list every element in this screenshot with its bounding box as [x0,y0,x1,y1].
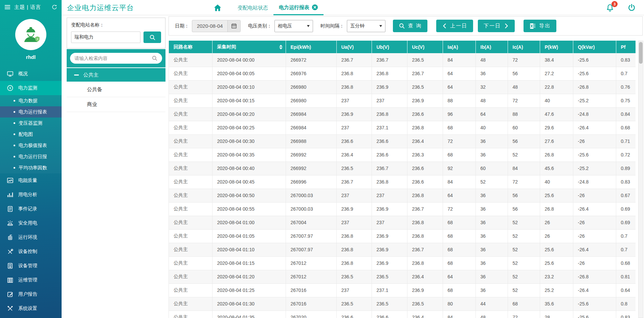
table-cell: 56 [508,189,540,202]
table-row[interactable]: 公共主2020-08-04 01:00267004237237236.86836… [169,216,636,229]
table-cell: 36 [475,256,508,270]
sidebar-item-label: 电力数据 [19,98,38,104]
table-row[interactable]: 公共主2020-08-04 01:15267012236.8236.9236.8… [169,256,636,270]
prev-day-label: 上一日 [450,23,467,29]
table-cell: 236.7 [407,67,443,80]
table-row[interactable]: 公共主2020-08-04 00:10266980236.8236.9236.5… [169,80,636,94]
tree-node-commercial[interactable]: 商业 [67,97,165,112]
next-day-button[interactable]: 下一日 [478,20,515,32]
table-row[interactable]: 公共主2020-08-04 00:40266992236.5236.7236.6… [169,162,636,175]
table-row[interactable]: 公共主2020-08-04 00:05266976236.8236.8236.7… [169,67,636,80]
table-cell: 266980 [286,94,336,107]
table-cell: 48 [475,53,508,67]
table-cell: 2020-08-04 00:55 [212,202,286,216]
table-cell: 公共主 [169,80,212,94]
sidebar-item-power-report[interactable]: 电力运行报表 [0,106,62,118]
sidebar-item-user-report[interactable]: 用户报告 [0,287,62,301]
column-header-[interactable]: 采集时间 [212,41,286,53]
search-icon[interactable] [152,55,158,61]
sidebar-item-distribution-diagram[interactable]: 配电图 [0,129,62,140]
search-icon [149,34,156,41]
table-cell: 2020-08-04 00:25 [212,121,286,134]
sidebar-item-device-control[interactable]: 设备控制 [0,245,62,259]
voltage-type-select[interactable]: 相电压 [274,20,313,32]
table-cell: 0.7 [616,229,636,243]
sidebar-item-safe-electricity[interactable]: 安全用电 [0,216,62,230]
table-row[interactable]: 公共主2020-08-04 00:45266996236.7236.8236.6… [169,175,636,189]
table-row[interactable]: 公共主2020-08-04 00:00266972236.7236.7236.5… [169,53,636,67]
tab-station-status[interactable]: 变配电站状态 [232,0,273,15]
close-tab-icon[interactable] [312,4,318,10]
station-search-button[interactable] [143,31,161,43]
station-name-input[interactable] [71,31,140,43]
sidebar-item-event-log[interactable]: 事件记录 [0,202,62,216]
export-button[interactable]: 导出 [524,20,556,32]
sidebar-item-avg-power-factor[interactable]: 平均功率因数 [0,162,62,173]
table-cell: 27.6 [540,134,573,148]
tree-search-input[interactable] [74,56,149,61]
sidebar-item-system-settings[interactable]: 系统设置 [0,301,62,316]
table-cell: 72 [508,175,540,189]
table-cell: 92 [443,162,475,175]
avatar[interactable] [15,19,46,50]
theme-language-switch[interactable]: 主题 | 语言 [14,4,48,10]
page-title: 企业电力运维云平台 [67,0,134,15]
table-cell: 236.8 [407,189,443,202]
date-picker[interactable]: 2020-08-04 [192,20,241,32]
sort-icon[interactable] [279,45,283,49]
sidebar-item-power-daily-report[interactable]: 电力运行日报 [0,151,62,162]
collapse-icon[interactable] [74,75,79,76]
table-row[interactable]: 公共主2020-08-04 00:20266984236.9236.8236.6… [169,107,636,121]
sidebar-item-transformer-monitoring[interactable]: 变压器监测 [0,118,62,129]
table-cell: 236.8 [372,107,407,121]
sidebar-item-electricity-analysis[interactable]: 用电分析 [0,188,62,202]
tab-power-report[interactable]: 电力运行报表 [273,0,324,15]
power-off-icon[interactable] [627,3,636,12]
table-cell: 公共主 [169,229,212,243]
table-row[interactable]: 公共主2020-08-04 00:15266980237237236.98848… [169,94,636,107]
table-row[interactable]: 公共主2020-08-04 00:30266988236.6236.6236.4… [169,134,636,148]
report-table-wrap: 回路名称采集时间Epi(kWh)Ua(V)Ub(V)Uc(V)Ia(A)Ib(A… [169,41,636,318]
refresh-icon[interactable] [51,4,58,10]
sidebar-item-operating-environment[interactable]: 运行环境 [0,230,62,245]
home-icon[interactable] [213,3,222,12]
table-row[interactable]: 公共主2020-08-04 01:25267016237237.1236.968… [169,283,636,297]
bell-icon[interactable]: 3 [605,3,615,12]
table-scrollbar[interactable] [638,41,643,318]
table-cell: 68 [443,256,475,270]
table-row[interactable]: 公共主2020-08-04 01:35267020236.6236.6236.4… [169,311,636,318]
table-cell: 68 [508,297,540,311]
interval-select[interactable]: 五分钟 [347,20,385,32]
table-row[interactable]: 公共主2020-08-04 01:30267016236.5236.5236.5… [169,297,636,311]
hamburger-icon[interactable] [4,4,11,10]
table-cell: 2020-08-04 00:30 [212,134,286,148]
table-row[interactable]: 公共主2020-08-04 01:10267007.97236.8236.923… [169,243,636,256]
table-cell: 267007.97 [286,229,336,243]
scrollbar-thumb[interactable] [639,42,643,64]
table-row[interactable]: 公共主2020-08-04 01:05267007.97236.8236.923… [169,229,636,243]
sidebar-item-power-monitoring[interactable]: 电力监测 [0,81,62,95]
table-row[interactable]: 公共主2020-08-04 00:55267000.03236.9236.923… [169,202,636,216]
table-row[interactable]: 公共主2020-08-04 00:25266984237237.1236.868… [169,121,636,134]
station-name-label: 变配电站名称： [71,22,161,28]
tree-node-public-main[interactable]: 公共主 [67,67,165,82]
calendar-icon[interactable] [227,20,240,32]
sidebar-item-power-extreme-report[interactable]: 电力极值报表 [0,140,62,151]
table-row[interactable]: 公共主2020-08-04 01:20267012236.5236.5236.4… [169,270,636,283]
tree-node-public-backup[interactable]: 公共备 [67,82,165,97]
table-row[interactable]: 公共主2020-08-04 00:50267000.03237237236.86… [169,189,636,202]
sidebar-item-overview[interactable]: 概况 [0,67,62,81]
sidebar-item-power-data[interactable]: 电力数据 [0,95,62,106]
table-cell: 267012 [286,256,336,270]
sidebar-item-power-quality[interactable]: 电能质量 [0,173,62,188]
sidebar-item-device-management[interactable]: 设备管理 [0,259,62,273]
table-cell: 236.6 [372,148,407,162]
query-button[interactable]: 查 询 [393,20,427,32]
sidebar-item-ops-management[interactable]: 运维管理 [0,273,62,287]
table-cell: 2020-08-04 01:35 [212,311,286,318]
prev-day-button[interactable]: 上一日 [436,20,473,32]
table-row[interactable]: 公共主2020-08-04 00:35266992236.4236.6236.3… [169,148,636,162]
table-cell: 52 [475,175,508,189]
edit-icon [7,291,14,298]
sidebar-item-label: 事件记录 [18,206,37,212]
